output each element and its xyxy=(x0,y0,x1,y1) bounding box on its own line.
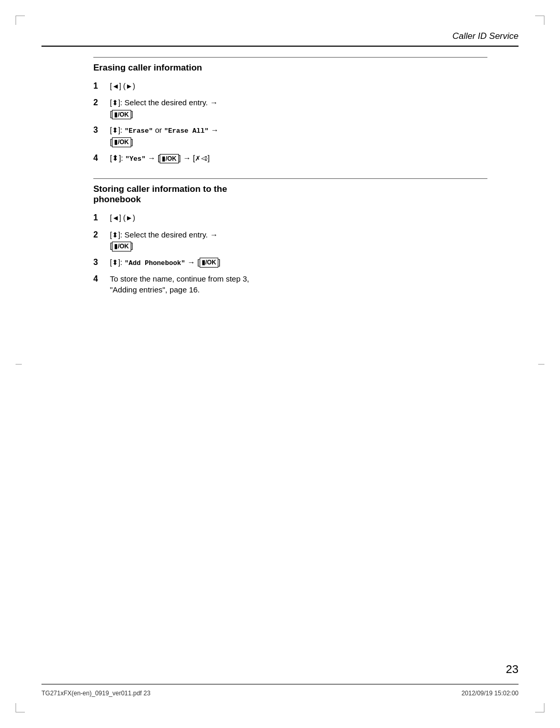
section-storing: Storing caller information to the phoneb… xyxy=(93,178,487,295)
steps-list-storing: 1 [◄] (►) 2 [⬍]: Select the desired entr… xyxy=(93,212,487,295)
step-number: 1 xyxy=(93,212,110,223)
steps-list-erasing: 1 [◄] (►) 2 [⬍]: Select the desired entr… xyxy=(93,80,487,164)
step-1-store: 1 [◄] (►) xyxy=(93,212,487,223)
footer-left-text: TG271xFX(en-en)_0919_ver011.pdf 23 xyxy=(41,690,150,697)
footer-content: TG271xFX(en-en)_0919_ver011.pdf 23 2012/… xyxy=(41,690,519,697)
section-erasing: Erasing caller information 1 [◄] (►) 2 [… xyxy=(93,57,487,164)
updown-sym: [⬍] xyxy=(110,125,120,136)
step-number: 4 xyxy=(93,273,110,285)
step-number: 2 xyxy=(93,229,110,241)
footer-right-text: 2012/09/19 15:02:00 xyxy=(461,690,519,697)
step-number: 1 xyxy=(93,80,110,92)
step-content: [⬍]: Select the desired entry. → [▮/OK] xyxy=(110,229,487,251)
page-number: 23 xyxy=(506,663,519,676)
yes-option: "Yes" xyxy=(125,155,146,163)
step-content: [◄] (►) xyxy=(110,212,487,223)
step-content: [⬍]: "Erase" or "Erase All" → [▮/OK] xyxy=(110,124,487,147)
step-2-store: 2 [⬍]: Select the desired entry. → [▮/OK… xyxy=(93,229,487,251)
updown-sym: [⬍] xyxy=(110,98,120,108)
step-number: 2 xyxy=(93,97,110,108)
erase-option: "Erase" xyxy=(124,127,153,135)
nav-arrows-sym: [◄] (►) xyxy=(110,213,135,223)
section-title-erasing: Erasing caller information xyxy=(93,63,487,73)
step4-store-text: To store the name, continue from step 3,… xyxy=(110,274,249,294)
step-3-store: 3 [⬍]: "Add Phonebook" → [▮/OK] xyxy=(93,257,487,268)
page-header: Caller ID Service xyxy=(41,31,519,47)
footer-line xyxy=(41,684,519,684)
step-content: To store the name, continue from step 3,… xyxy=(110,273,487,295)
step-3-erase: 3 [⬍]: "Erase" or "Erase All" → [▮/OK] xyxy=(93,124,487,147)
step-number: 3 xyxy=(93,257,110,268)
step-1-erase: 1 [◄] (►) xyxy=(93,80,487,92)
step-2-erase: 2 [⬍]: Select the desired entry. → [▮/OK… xyxy=(93,97,487,119)
header-title: Caller ID Service xyxy=(452,31,519,41)
step-content: [⬍]: "Add Phonebook" → [▮/OK] xyxy=(110,257,487,268)
updown-sym: [⬍] xyxy=(110,258,120,268)
step-4-store: 4 To store the name, continue from step … xyxy=(93,273,487,295)
step-content: [◄] (►) xyxy=(110,80,487,92)
step-content: [⬍]: Select the desired entry. → [▮/OK] xyxy=(110,97,487,119)
add-phonebook-option: "Add Phonebook" xyxy=(124,259,185,267)
main-content: Erasing caller information 1 [◄] (►) 2 [… xyxy=(41,47,519,320)
step-number: 3 xyxy=(93,124,110,136)
step-number: 4 xyxy=(93,152,110,164)
erase-all-option: "Erase All" xyxy=(164,127,208,135)
updown-sym: [⬍] xyxy=(110,230,120,241)
section-title-storing: Storing caller information to the phoneb… xyxy=(93,184,487,205)
section-divider-1 xyxy=(93,57,487,58)
section-divider-2 xyxy=(93,178,487,179)
step-4-erase: 4 [⬍]: "Yes" → [▮/OK] → [✗⏿] xyxy=(93,152,487,164)
nav-arrows-sym: [◄] (►) xyxy=(110,81,135,92)
step-content: [⬍]: "Yes" → [▮/OK] → [✗⏿] xyxy=(110,152,487,164)
page-footer: TG271xFX(en-en)_0919_ver011.pdf 23 2012/… xyxy=(41,684,519,697)
